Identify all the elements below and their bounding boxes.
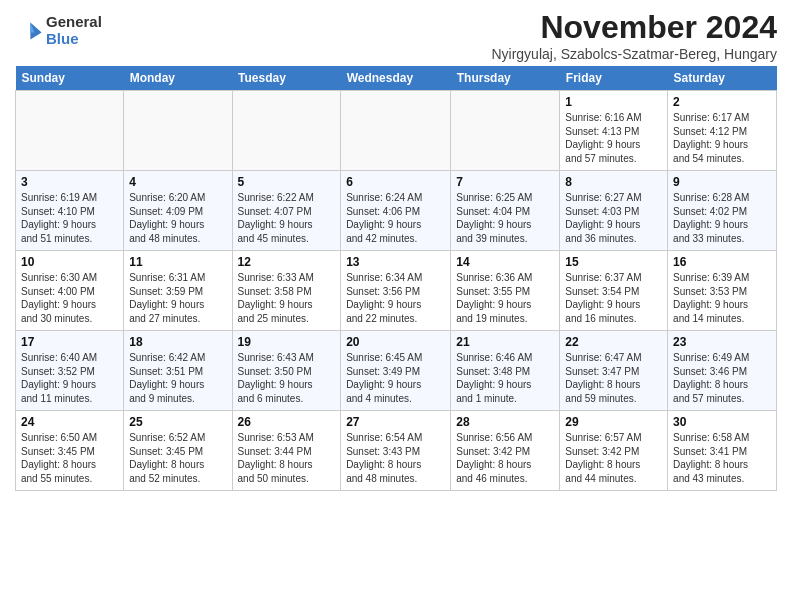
header: General Blue November 2024 Nyirgyulaj, S… [15,10,777,62]
day-detail: Sunrise: 6:25 AM Sunset: 4:04 PM Dayligh… [456,191,554,245]
day-number: 21 [456,335,554,349]
day-detail: Sunrise: 6:30 AM Sunset: 4:00 PM Dayligh… [21,271,118,325]
day-number: 25 [129,415,226,429]
calendar-cell: 11Sunrise: 6:31 AM Sunset: 3:59 PM Dayli… [124,251,232,331]
day-number: 6 [346,175,445,189]
calendar-cell: 1Sunrise: 6:16 AM Sunset: 4:13 PM Daylig… [560,91,668,171]
calendar-cell: 13Sunrise: 6:34 AM Sunset: 3:56 PM Dayli… [341,251,451,331]
day-number: 16 [673,255,771,269]
day-number: 8 [565,175,662,189]
calendar-cell: 30Sunrise: 6:58 AM Sunset: 3:41 PM Dayli… [668,411,777,491]
day-detail: Sunrise: 6:34 AM Sunset: 3:56 PM Dayligh… [346,271,445,325]
calendar-cell: 14Sunrise: 6:36 AM Sunset: 3:55 PM Dayli… [451,251,560,331]
calendar-cell: 6Sunrise: 6:24 AM Sunset: 4:06 PM Daylig… [341,171,451,251]
day-detail: Sunrise: 6:47 AM Sunset: 3:47 PM Dayligh… [565,351,662,405]
calendar-cell: 9Sunrise: 6:28 AM Sunset: 4:02 PM Daylig… [668,171,777,251]
logo-text: General Blue [46,14,102,47]
day-number: 26 [238,415,336,429]
day-detail: Sunrise: 6:45 AM Sunset: 3:49 PM Dayligh… [346,351,445,405]
day-detail: Sunrise: 6:37 AM Sunset: 3:54 PM Dayligh… [565,271,662,325]
logo-icon [15,17,43,45]
day-detail: Sunrise: 6:42 AM Sunset: 3:51 PM Dayligh… [129,351,226,405]
day-detail: Sunrise: 6:57 AM Sunset: 3:42 PM Dayligh… [565,431,662,485]
calendar-cell: 22Sunrise: 6:47 AM Sunset: 3:47 PM Dayli… [560,331,668,411]
calendar-cell: 25Sunrise: 6:52 AM Sunset: 3:45 PM Dayli… [124,411,232,491]
calendar-cell: 24Sunrise: 6:50 AM Sunset: 3:45 PM Dayli… [16,411,124,491]
calendar-week-row: 3Sunrise: 6:19 AM Sunset: 4:10 PM Daylig… [16,171,777,251]
day-detail: Sunrise: 6:33 AM Sunset: 3:58 PM Dayligh… [238,271,336,325]
day-detail: Sunrise: 6:49 AM Sunset: 3:46 PM Dayligh… [673,351,771,405]
day-number: 5 [238,175,336,189]
day-detail: Sunrise: 6:50 AM Sunset: 3:45 PM Dayligh… [21,431,118,485]
day-detail: Sunrise: 6:27 AM Sunset: 4:03 PM Dayligh… [565,191,662,245]
calendar-cell: 12Sunrise: 6:33 AM Sunset: 3:58 PM Dayli… [232,251,341,331]
day-detail: Sunrise: 6:19 AM Sunset: 4:10 PM Dayligh… [21,191,118,245]
calendar-cell: 21Sunrise: 6:46 AM Sunset: 3:48 PM Dayli… [451,331,560,411]
day-number: 13 [346,255,445,269]
calendar-cell: 10Sunrise: 6:30 AM Sunset: 4:00 PM Dayli… [16,251,124,331]
day-number: 4 [129,175,226,189]
calendar-cell: 26Sunrise: 6:53 AM Sunset: 3:44 PM Dayli… [232,411,341,491]
day-number: 28 [456,415,554,429]
calendar-week-row: 24Sunrise: 6:50 AM Sunset: 3:45 PM Dayli… [16,411,777,491]
calendar-cell: 20Sunrise: 6:45 AM Sunset: 3:49 PM Dayli… [341,331,451,411]
calendar-cell: 7Sunrise: 6:25 AM Sunset: 4:04 PM Daylig… [451,171,560,251]
calendar-header-row: SundayMondayTuesdayWednesdayThursdayFrid… [16,66,777,91]
calendar-header-saturday: Saturday [668,66,777,91]
page-container: General Blue November 2024 Nyirgyulaj, S… [0,0,792,496]
day-detail: Sunrise: 6:28 AM Sunset: 4:02 PM Dayligh… [673,191,771,245]
calendar-cell: 19Sunrise: 6:43 AM Sunset: 3:50 PM Dayli… [232,331,341,411]
day-number: 18 [129,335,226,349]
day-number: 11 [129,255,226,269]
calendar-week-row: 1Sunrise: 6:16 AM Sunset: 4:13 PM Daylig… [16,91,777,171]
calendar-cell [451,91,560,171]
calendar-header-wednesday: Wednesday [341,66,451,91]
calendar-cell [232,91,341,171]
day-number: 14 [456,255,554,269]
day-detail: Sunrise: 6:20 AM Sunset: 4:09 PM Dayligh… [129,191,226,245]
calendar-cell: 8Sunrise: 6:27 AM Sunset: 4:03 PM Daylig… [560,171,668,251]
day-detail: Sunrise: 6:53 AM Sunset: 3:44 PM Dayligh… [238,431,336,485]
day-detail: Sunrise: 6:31 AM Sunset: 3:59 PM Dayligh… [129,271,226,325]
day-number: 27 [346,415,445,429]
calendar-cell: 27Sunrise: 6:54 AM Sunset: 3:43 PM Dayli… [341,411,451,491]
day-number: 7 [456,175,554,189]
calendar-header-tuesday: Tuesday [232,66,341,91]
day-detail: Sunrise: 6:46 AM Sunset: 3:48 PM Dayligh… [456,351,554,405]
calendar-header-monday: Monday [124,66,232,91]
day-number: 20 [346,335,445,349]
calendar-week-row: 17Sunrise: 6:40 AM Sunset: 3:52 PM Dayli… [16,331,777,411]
calendar-table: SundayMondayTuesdayWednesdayThursdayFrid… [15,66,777,491]
day-number: 29 [565,415,662,429]
day-number: 24 [21,415,118,429]
day-number: 1 [565,95,662,109]
day-number: 9 [673,175,771,189]
day-detail: Sunrise: 6:56 AM Sunset: 3:42 PM Dayligh… [456,431,554,485]
day-detail: Sunrise: 6:43 AM Sunset: 3:50 PM Dayligh… [238,351,336,405]
day-number: 19 [238,335,336,349]
logo-general: General [46,14,102,31]
logo: General Blue [15,14,102,47]
month-title: November 2024 [491,10,777,45]
calendar-header-sunday: Sunday [16,66,124,91]
title-block: November 2024 Nyirgyulaj, Szabolcs-Szatm… [491,10,777,62]
calendar-cell: 17Sunrise: 6:40 AM Sunset: 3:52 PM Dayli… [16,331,124,411]
calendar-cell: 2Sunrise: 6:17 AM Sunset: 4:12 PM Daylig… [668,91,777,171]
day-detail: Sunrise: 6:58 AM Sunset: 3:41 PM Dayligh… [673,431,771,485]
location: Nyirgyulaj, Szabolcs-Szatmar-Bereg, Hung… [491,46,777,62]
calendar-header-friday: Friday [560,66,668,91]
calendar-cell: 23Sunrise: 6:49 AM Sunset: 3:46 PM Dayli… [668,331,777,411]
day-number: 3 [21,175,118,189]
calendar-cell [124,91,232,171]
calendar-cell: 4Sunrise: 6:20 AM Sunset: 4:09 PM Daylig… [124,171,232,251]
day-detail: Sunrise: 6:39 AM Sunset: 3:53 PM Dayligh… [673,271,771,325]
calendar-cell [341,91,451,171]
calendar-cell: 28Sunrise: 6:56 AM Sunset: 3:42 PM Dayli… [451,411,560,491]
day-detail: Sunrise: 6:17 AM Sunset: 4:12 PM Dayligh… [673,111,771,165]
day-detail: Sunrise: 6:52 AM Sunset: 3:45 PM Dayligh… [129,431,226,485]
day-detail: Sunrise: 6:40 AM Sunset: 3:52 PM Dayligh… [21,351,118,405]
day-number: 17 [21,335,118,349]
day-detail: Sunrise: 6:54 AM Sunset: 3:43 PM Dayligh… [346,431,445,485]
day-number: 22 [565,335,662,349]
day-number: 23 [673,335,771,349]
